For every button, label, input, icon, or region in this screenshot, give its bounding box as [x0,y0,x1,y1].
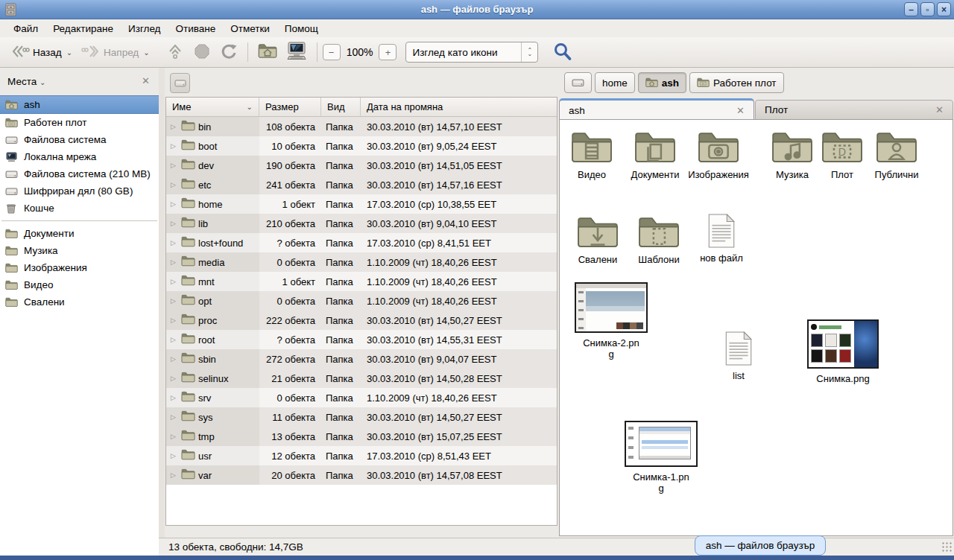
up-button[interactable] [162,40,189,64]
menu-6[interactable]: Помощ [277,21,326,36]
expander-icon[interactable]: ▷ [171,355,178,363]
forward-button[interactable]: Напред ⌄ [77,40,154,64]
column-header-0[interactable]: Име⌄ [166,98,259,116]
tree-row-selinux[interactable]: ▷selinux21 обектаПапка30.03.2010 (вт) 14… [166,369,557,388]
tab-close-icon[interactable]: ✕ [736,105,745,116]
tree-row-home[interactable]: ▷home1 обектПапка17.03.2010 (ср) 10,38,5… [166,194,557,214]
menu-2[interactable]: Редактиране [45,21,121,36]
menu-5[interactable]: Отметки [223,21,277,36]
root-location-button[interactable] [170,73,190,93]
expander-icon[interactable]: ▷ [171,375,178,382]
back-dropdown-arrow[interactable]: ⌄ [66,48,72,57]
search-button[interactable] [549,40,577,64]
sidebar-item--[interactable]: Файлова система [0,131,159,148]
expander-icon[interactable]: ▷ [171,142,178,150]
file-item-снимка-png[interactable]: Снимка.png [802,319,884,384]
file-item-list[interactable]: list [698,331,780,381]
sidebar-close-icon[interactable]: ✕ [142,75,150,86]
expander-icon[interactable]: ▷ [171,181,178,188]
computer-button[interactable] [282,40,312,64]
expander-icon[interactable]: ▷ [171,258,178,266]
resize-grip[interactable] [941,541,952,552]
tree-row-sys[interactable]: ▷sys11 обектаПапка30.03.2010 (вт) 14,50,… [166,407,557,427]
menu-3[interactable]: Изглед [121,21,168,36]
icon-view[interactable]: ВидеоДокументиИзображенияМузикаDПлотПубл… [559,119,953,536]
sidebar-item--210-mb-[interactable]: Файлова система (210 MB) [0,165,159,182]
column-header-2[interactable]: Вид [321,98,361,116]
expander-icon[interactable]: ▷ [171,413,178,421]
expander-icon[interactable]: ▷ [171,316,178,324]
tree-row-bin[interactable]: ▷bin108 обектаПапка30.03.2010 (вт) 14,57… [166,117,557,136]
close-button[interactable]: × [937,2,951,16]
menu-4[interactable]: Отиване [168,21,223,36]
tree-row-tmp[interactable]: ▷tmp13 обектаПапка30.03.2010 (вт) 15,07,… [166,427,557,446]
tree-row-boot[interactable]: ▷boot10 обектаПапка30.03.2010 (вт) 9,05,… [166,136,557,156]
folder-item-изображения[interactable]: Изображения [677,130,759,180]
view-mode-select[interactable]: Изглед като икони ⌃⌄ [405,42,538,63]
tab-close-icon[interactable]: ✕ [935,104,944,115]
sidebar-item--[interactable]: Документи [0,225,159,242]
pane-splitter[interactable] [159,68,165,556]
tree-row-lib[interactable]: ▷lib210 обектаПапка30.03.2010 (вт) 9,04,… [166,214,557,233]
tree-row-mnt[interactable]: ▷mnt1 обектПапка1.10.2009 (чт) 18,40,26 … [166,272,557,291]
stop-button[interactable] [189,40,215,64]
expander-icon[interactable]: ▷ [171,394,178,401]
menu-1[interactable]: Файл [6,21,45,36]
tree-row-proc[interactable]: ▷proc222 обектаПапка30.03.2010 (вт) 14,5… [166,311,557,330]
tree-row-usr[interactable]: ▷usr12 обектаПапка17.03.2010 (ср) 8,51,4… [166,446,557,465]
home-button[interactable] [253,40,282,64]
tree-row-etc[interactable]: ▷etc241 обектаПапка30.03.2010 (вт) 14,57… [166,175,557,194]
zoom-in-button[interactable]: + [379,44,397,60]
taskbar-window-button[interactable]: ash — файлов браузър [695,535,826,556]
expander-icon[interactable]: ▷ [171,452,178,459]
tree-row-opt[interactable]: ▷opt0 обектаПапка1.10.2009 (чт) 18,40,26… [166,291,557,311]
tree-row-dev[interactable]: ▷dev190 обектаПапка30.03.2010 (вт) 14,51… [166,156,557,175]
sidebar-item--[interactable]: Музика [0,242,159,259]
folder-item-публични[interactable]: Публични [856,130,938,180]
expander-icon[interactable]: ▷ [171,297,178,305]
reload-button[interactable] [215,40,242,64]
sidebar-item--[interactable]: DРаботен плот [0,114,159,131]
file-item-снимка-2-png[interactable]: Снимка-2.png [570,282,652,360]
tree-row-root[interactable]: ▷root? обектаПапка30.03.2010 (вт) 14,55,… [166,330,557,349]
expander-icon[interactable]: ▷ [171,220,178,227]
sidebar-item--[interactable]: Кошче [0,200,159,217]
zoom-out-button[interactable]: − [323,44,341,60]
expander-icon[interactable]: ▷ [171,123,178,130]
tree-row-sbin[interactable]: ▷sbin272 обектаПапка30.03.2010 (вт) 9,04… [166,349,557,369]
path-button-root[interactable] [564,72,592,93]
minimize-button[interactable]: – [904,2,918,16]
places-selector[interactable]: Места ⌄ [7,76,45,87]
maximize-button[interactable]: ▫ [920,2,935,16]
expander-icon[interactable]: ▷ [171,278,178,285]
expander-icon[interactable]: ▷ [171,162,178,169]
expander-icon[interactable]: ▷ [171,200,178,208]
column-header-1[interactable]: Размер [259,98,321,116]
sidebar-item-ash[interactable]: ash [0,95,159,114]
sidebar-item--80-gb-[interactable]: Шифриран дял (80 GB) [0,182,159,200]
file-item-нов-файл[interactable]: нов файл [680,214,762,264]
view-mode-spinner[interactable]: ⌃⌄ [521,42,537,62]
column-header-3[interactable]: Дата на промяна [361,98,557,116]
tab-плот[interactable]: Плот✕ [755,100,953,120]
sidebar-item--[interactable]: Видео [0,276,159,293]
tab-ash[interactable]: ash✕ [559,98,754,120]
sidebar-item--[interactable]: Локална мрежа [0,148,159,165]
expander-icon[interactable]: ▷ [171,239,178,246]
expander-icon[interactable]: ▷ [171,471,178,479]
path-button-ash[interactable]: ash [638,72,686,93]
titlebar[interactable]: ash — файлов браузър – ▫ × [0,0,954,19]
tree-row-lost+found[interactable]: ▷lost+found? обектаПапка17.03.2010 (ср) … [166,233,557,252]
path-button-home[interactable]: home [595,72,635,93]
back-button[interactable]: Назад ⌄ [6,40,77,64]
tree-row-srv[interactable]: ▷srv0 обектаПапка1.10.2009 (чт) 18,40,26… [166,388,557,407]
tree-row-var[interactable]: ▷var20 обектаПапка30.03.2010 (вт) 14,57,… [166,465,557,485]
expander-icon[interactable]: ▷ [171,433,178,440]
sidebar-item--[interactable]: Изображения [0,259,159,276]
forward-dropdown-arrow[interactable]: ⌄ [143,48,149,57]
tree-row-media[interactable]: ▷media0 обектаПапка1.10.2009 (чт) 18,40,… [166,252,557,272]
expander-icon[interactable]: ▷ [171,336,178,343]
sidebar-item--[interactable]: Свалени [0,293,159,311]
path-button--[interactable]: DРаботен плот [689,72,784,93]
file-item-снимка-1-png[interactable]: Снимка-1.png [620,421,702,494]
